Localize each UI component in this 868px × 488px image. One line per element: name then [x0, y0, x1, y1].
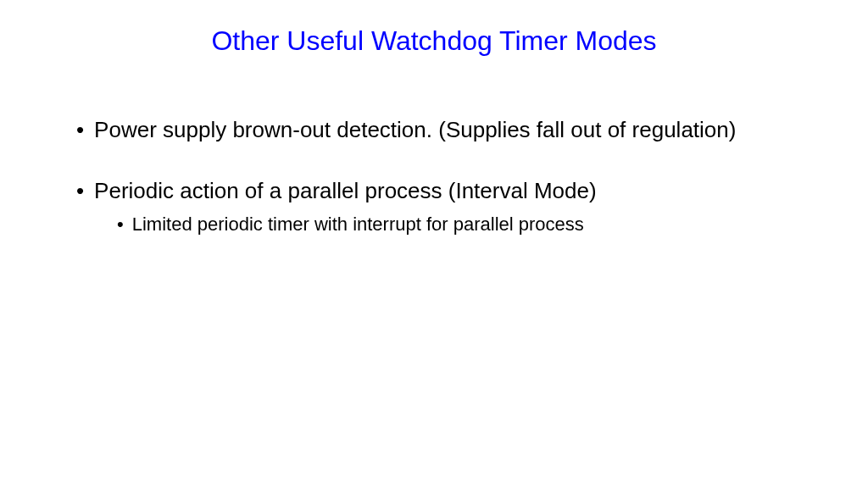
bullet-text: Periodic action of a parallel process (I…	[94, 177, 597, 206]
bullet-item-sub: • Limited periodic timer with interrupt …	[117, 213, 800, 237]
bullet-text: Power supply brown-out detection. (Suppl…	[94, 116, 736, 145]
bullet-marker: •	[117, 213, 124, 237]
bullet-marker: •	[76, 177, 84, 206]
bullet-item: • Periodic action of a parallel process …	[76, 177, 800, 206]
slide-content: • Power supply brown-out detection. (Sup…	[68, 116, 800, 236]
bullet-text: Limited periodic timer with interrupt fo…	[132, 213, 584, 237]
slide-container: Other Useful Watchdog Timer Modes • Powe…	[0, 0, 868, 488]
slide-title: Other Useful Watchdog Timer Modes	[85, 25, 783, 57]
bullet-marker: •	[76, 116, 84, 145]
spacer	[76, 152, 800, 177]
bullet-item: • Power supply brown-out detection. (Sup…	[76, 116, 800, 145]
